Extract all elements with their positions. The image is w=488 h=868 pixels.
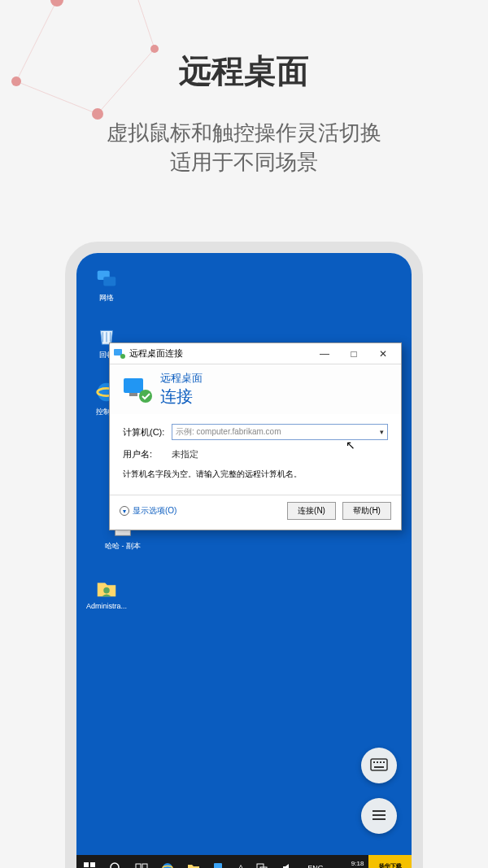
svg-rect-35 xyxy=(380,761,381,763)
svg-rect-36 xyxy=(383,761,385,763)
phone-mockup: 网络 回收 控制面 哈哈 哈哈 - 副本 xyxy=(65,242,423,868)
tray-volume-icon[interactable] xyxy=(275,855,301,868)
taskbar-clock[interactable]: 9:18 2020/12/4 xyxy=(330,861,369,868)
svg-rect-41 xyxy=(84,862,89,867)
rdc-header-icon xyxy=(121,373,154,406)
desktop-icon-label: Administra... xyxy=(86,602,127,610)
desktop-icon-network[interactable]: 网络 xyxy=(86,265,127,303)
svg-rect-51 xyxy=(214,863,222,868)
svg-point-11 xyxy=(150,45,159,53)
rdc-titlebar-icon xyxy=(113,347,126,360)
tray-network-icon[interactable] xyxy=(249,855,275,868)
svg-rect-27 xyxy=(114,349,122,355)
svg-line-2 xyxy=(16,0,57,81)
svg-rect-30 xyxy=(129,393,137,396)
mouse-cursor-icon: ↖ xyxy=(346,438,355,451)
desktop-icon-label: 网络 xyxy=(86,293,127,303)
dialog-header-line-2: 连接 xyxy=(160,386,203,408)
svg-point-9 xyxy=(11,76,21,86)
show-options-toggle[interactable]: ▾ 显示选项(O) xyxy=(120,505,281,517)
svg-rect-34 xyxy=(377,761,378,763)
remote-desktop-screen[interactable]: 网络 回收 控制面 哈哈 哈哈 - 副本 xyxy=(76,253,412,868)
computer-label: 计算机(C): xyxy=(123,426,172,438)
desktop-icon-administrator[interactable]: Administra... xyxy=(86,574,127,610)
svg-point-28 xyxy=(120,354,125,359)
start-button[interactable] xyxy=(76,855,102,868)
svg-rect-32 xyxy=(371,759,387,770)
svg-line-5 xyxy=(98,49,155,114)
close-button[interactable]: ✕ xyxy=(368,343,398,364)
decoration-network-graphic xyxy=(0,0,179,179)
svg-rect-47 xyxy=(136,864,141,868)
computer-placeholder: 示例: computer.fabrikam.com xyxy=(176,426,281,438)
minimize-button[interactable]: — xyxy=(310,343,339,364)
username-value: 未指定 xyxy=(172,448,198,460)
windows-taskbar: ^ ENG 9:18 2020/12/4 扬华下载 WWW.YANGHUA.NE… xyxy=(76,855,412,868)
watermark-logo: 扬华下载 WWW.YANGHUA.NET xyxy=(368,855,412,868)
taskbar-explorer-button[interactable] xyxy=(181,855,207,868)
svg-rect-37 xyxy=(374,766,384,768)
dialog-title-text: 远程桌面连接 xyxy=(129,347,310,360)
connect-button[interactable]: 连接(N) xyxy=(287,502,336,520)
rdc-icon xyxy=(213,861,226,868)
language-indicator[interactable]: ENG xyxy=(301,855,330,868)
svg-rect-33 xyxy=(373,761,375,763)
task-view-button[interactable] xyxy=(129,855,155,868)
svg-point-10 xyxy=(92,108,103,120)
network-tray-icon xyxy=(255,861,268,868)
svg-point-31 xyxy=(139,390,152,403)
expand-down-icon: ▾ xyxy=(120,506,129,516)
chevron-up-icon: ^ xyxy=(239,864,242,868)
show-options-label: 显示选项(O) xyxy=(133,505,176,517)
dialog-header: 远程桌面 连接 xyxy=(110,364,401,414)
username-label: 用户名: xyxy=(123,448,172,460)
dialog-titlebar[interactable]: 远程桌面连接 — □ ✕ xyxy=(110,343,401,364)
svg-rect-29 xyxy=(124,378,143,393)
user-folder-icon xyxy=(94,574,120,600)
taskbar-ie-button[interactable] xyxy=(155,855,181,868)
network-icon xyxy=(94,265,120,291)
svg-point-45 xyxy=(111,863,119,868)
svg-line-3 xyxy=(16,81,98,114)
search-button[interactable] xyxy=(102,855,129,868)
computer-field-row: 计算机(C): 示例: computer.fabrikam.com ▾ ↖ xyxy=(123,424,388,440)
svg-point-26 xyxy=(103,587,110,594)
remote-desktop-connection-dialog: 远程桌面连接 — □ ✕ 远程桌面 连接 计算机(C): 示例: comp xyxy=(109,342,402,530)
chevron-down-icon[interactable]: ▾ xyxy=(380,428,384,436)
ie-icon xyxy=(161,861,174,868)
dialog-header-line-1: 远程桌面 xyxy=(160,371,203,386)
svg-rect-42 xyxy=(90,862,95,867)
computer-combobox[interactable]: 示例: computer.fabrikam.com ▾ xyxy=(172,424,388,440)
svg-point-7 xyxy=(50,0,63,7)
taskbar-rdc-button[interactable] xyxy=(207,855,233,868)
task-view-icon xyxy=(135,861,148,868)
volume-icon xyxy=(281,861,294,868)
search-icon xyxy=(109,861,122,868)
keyboard-icon xyxy=(370,757,388,775)
computer-name-hint: 计算机名字段为空。请输入完整的远程计算机名。 xyxy=(123,469,388,480)
svg-line-4 xyxy=(130,0,155,49)
dialog-footer: ▾ 显示选项(O) 连接(N) 帮助(H) xyxy=(110,495,401,530)
tray-up-arrow[interactable]: ^ xyxy=(233,855,249,868)
hamburger-menu-icon xyxy=(371,807,387,826)
svg-rect-48 xyxy=(142,864,147,868)
virtual-keyboard-button[interactable] xyxy=(361,748,397,783)
windows-logo-icon xyxy=(83,861,96,868)
help-button[interactable]: 帮助(H) xyxy=(342,502,391,520)
folder-icon xyxy=(187,861,200,868)
dialog-body: 计算机(C): 示例: computer.fabrikam.com ▾ ↖ 用户… xyxy=(110,414,401,480)
maximize-button[interactable]: □ xyxy=(339,343,368,364)
menu-button[interactable] xyxy=(361,798,397,834)
desktop-icon-label: 哈哈 - 副本 xyxy=(102,541,143,552)
svg-rect-13 xyxy=(103,277,115,286)
